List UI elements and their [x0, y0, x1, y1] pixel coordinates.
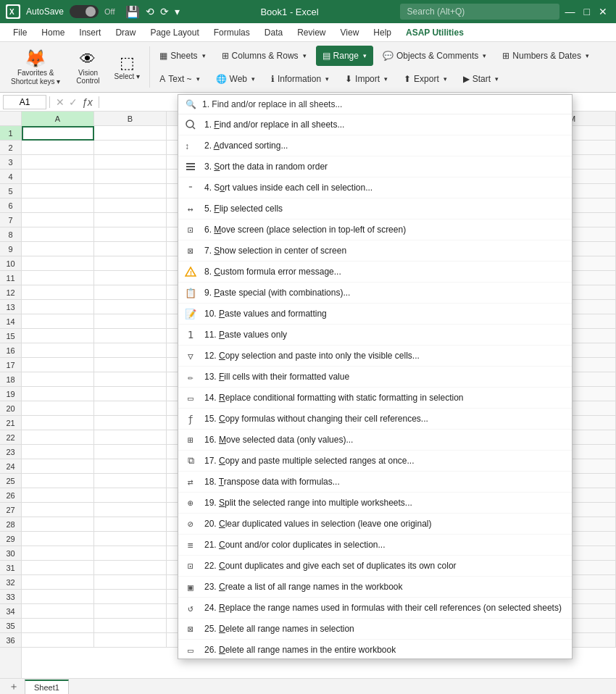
- dropdown-item-3[interactable]: 3. Sort the data in random order: [178, 156, 572, 177]
- cell-A6[interactable]: [22, 198, 94, 213]
- cell-B9[interactable]: [94, 242, 167, 256]
- row-header-1[interactable]: 1: [0, 126, 21, 141]
- menu-file[interactable]: File: [6, 25, 34, 41]
- cell-A20[interactable]: [22, 401, 94, 416]
- dropdown-item-2[interactable]: ↕2. Advanced sorting...: [178, 135, 572, 156]
- cell-A16[interactable]: [22, 343, 94, 358]
- cell-B26[interactable]: [94, 488, 167, 503]
- dropdown-item-19[interactable]: ⊕19. Split the selected range into multi…: [178, 493, 572, 514]
- numbers-dates-dropdown[interactable]: ⊞ Numbers & Dates ▾: [496, 46, 596, 66]
- cell-B3[interactable]: [94, 155, 167, 170]
- cell-B27[interactable]: [94, 503, 167, 517]
- col-header-a[interactable]: A: [22, 112, 94, 126]
- text-dropdown[interactable]: A Text ~ ▾: [153, 69, 206, 89]
- cell-A25[interactable]: [22, 474, 94, 488]
- sheet-tab-1[interactable]: Sheet1: [25, 680, 69, 694]
- cell-B29[interactable]: [94, 532, 167, 546]
- export-dropdown[interactable]: ⬆ Export ▾: [397, 69, 454, 89]
- formula-confirm-icon[interactable]: ✓: [69, 96, 78, 108]
- row-header-4[interactable]: 4: [0, 170, 21, 184]
- dropdown-item-4[interactable]: ⁼4. Sort values inside each cell in sele…: [178, 177, 572, 198]
- cell-B5[interactable]: [94, 184, 167, 198]
- formula-cancel-icon[interactable]: ✕: [56, 96, 64, 108]
- cell-A19[interactable]: [22, 387, 94, 401]
- favorites-btn[interactable]: 🦊 Favorites &Shortcut keys ▾: [3, 43, 68, 91]
- cell-B4[interactable]: [94, 170, 167, 184]
- dropdown-item-11[interactable]: 111. Paste values only: [178, 325, 572, 346]
- cell-A22[interactable]: [22, 430, 94, 445]
- dropdown-item-12[interactable]: ▽12. Copy selection and paste into only …: [178, 346, 572, 367]
- menu-home[interactable]: Home: [34, 25, 72, 41]
- dropdown-item-23[interactable]: ▣23. Create a list of all range names in…: [178, 577, 572, 598]
- close-btn[interactable]: ✕: [596, 6, 610, 17]
- cell-B11[interactable]: [94, 271, 167, 285]
- import-dropdown[interactable]: ⬇ Import ▾: [338, 69, 394, 89]
- col-header-b[interactable]: B: [94, 112, 167, 126]
- menu-view[interactable]: View: [333, 25, 367, 41]
- row-header-31[interactable]: 31: [0, 561, 21, 575]
- row-header-35[interactable]: 35: [0, 619, 21, 633]
- cell-B34[interactable]: [94, 604, 167, 619]
- minimize-btn[interactable]: —: [562, 6, 578, 17]
- row-header-26[interactable]: 26: [0, 488, 21, 503]
- cell-B1[interactable]: [94, 126, 167, 141]
- dropdown-search-input[interactable]: [202, 99, 565, 109]
- cell-B36[interactable]: [94, 633, 167, 648]
- cell-A35[interactable]: [22, 619, 94, 633]
- cell-A27[interactable]: [22, 503, 94, 517]
- cell-A36[interactable]: [22, 633, 94, 648]
- cell-B22[interactable]: [94, 430, 167, 445]
- cell-A24[interactable]: [22, 459, 94, 474]
- cell-A11[interactable]: [22, 271, 94, 285]
- cell-A34[interactable]: [22, 604, 94, 619]
- row-header-18[interactable]: 18: [0, 372, 21, 387]
- cell-A12[interactable]: [22, 285, 94, 300]
- row-header-10[interactable]: 10: [0, 256, 21, 271]
- cell-A21[interactable]: [22, 416, 94, 430]
- cell-A30[interactable]: [22, 546, 94, 561]
- cell-B17[interactable]: [94, 358, 167, 372]
- cell-B31[interactable]: [94, 561, 167, 575]
- row-header-13[interactable]: 13: [0, 300, 21, 314]
- cell-B33[interactable]: [94, 590, 167, 604]
- row-header-9[interactable]: 9: [0, 242, 21, 256]
- dropdown-item-8[interactable]: !8. Custom formula error message...: [178, 262, 572, 283]
- row-header-15[interactable]: 15: [0, 329, 21, 343]
- cell-A7[interactable]: [22, 213, 94, 227]
- menu-asap[interactable]: ASAP Utilities: [399, 25, 471, 41]
- row-header-7[interactable]: 7: [0, 213, 21, 227]
- cell-A28[interactable]: [22, 517, 94, 532]
- sheets-dropdown[interactable]: ▦ Sheets ▾: [153, 46, 212, 66]
- row-header-27[interactable]: 27: [0, 503, 21, 517]
- row-header-36[interactable]: 36: [0, 633, 21, 648]
- cell-B25[interactable]: [94, 474, 167, 488]
- cell-B30[interactable]: [94, 546, 167, 561]
- cell-B15[interactable]: [94, 329, 167, 343]
- cell-A1[interactable]: [22, 126, 94, 141]
- row-header-33[interactable]: 33: [0, 590, 21, 604]
- cell-A3[interactable]: [22, 155, 94, 170]
- dropdown-item-9[interactable]: 📋9. Paste special (with combinations)...: [178, 283, 572, 304]
- formula-fx-icon[interactable]: ƒx: [82, 96, 93, 108]
- cell-B13[interactable]: [94, 300, 167, 314]
- cell-B18[interactable]: [94, 372, 167, 387]
- dropdown-item-15[interactable]: ƒ15. Copy formulas without changing thei…: [178, 409, 572, 430]
- dropdown-item-17[interactable]: ⧉17. Copy and paste multiple selected ra…: [178, 451, 572, 472]
- columns-rows-dropdown[interactable]: ⊞ Columns & Rows ▾: [215, 46, 313, 66]
- row-header-3[interactable]: 3: [0, 155, 21, 170]
- cell-B19[interactable]: [94, 387, 167, 401]
- dropdown-item-21[interactable]: ≡21. Count and/or color duplicates in se…: [178, 535, 572, 556]
- cell-A31[interactable]: [22, 561, 94, 575]
- cell-B20[interactable]: [94, 401, 167, 416]
- row-header-25[interactable]: 25: [0, 474, 21, 488]
- objects-comments-dropdown[interactable]: 💬 Objects & Comments ▾: [376, 46, 493, 66]
- dropdown-item-14[interactable]: ▭14. Replace conditional formatting with…: [178, 388, 572, 409]
- autosave-toggle[interactable]: [70, 5, 99, 18]
- cell-B8[interactable]: [94, 227, 167, 242]
- cell-B6[interactable]: [94, 198, 167, 213]
- cell-A15[interactable]: [22, 329, 94, 343]
- cell-A9[interactable]: [22, 242, 94, 256]
- dropdown-item-7[interactable]: ⊠7. Show selection in center of screen: [178, 241, 572, 262]
- row-header-23[interactable]: 23: [0, 445, 21, 459]
- row-header-21[interactable]: 21: [0, 416, 21, 430]
